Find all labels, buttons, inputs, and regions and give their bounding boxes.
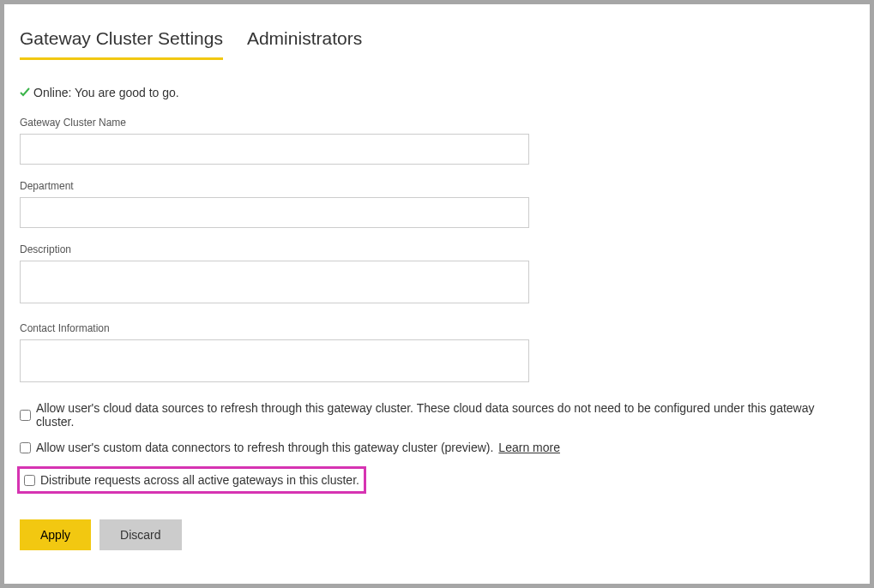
tab-gateway-cluster-settings[interactable]: Gateway Cluster Settings	[20, 28, 223, 60]
input-gateway-cluster-name[interactable]	[20, 134, 529, 165]
checkbox-label-distribute-requests: Distribute requests across all active ga…	[40, 473, 359, 487]
status-text: Online: You are good to go.	[33, 86, 179, 99]
check-icon	[20, 87, 30, 98]
field-gateway-cluster-name: Gateway Cluster Name	[20, 117, 854, 165]
settings-panel: Gateway Cluster Settings Administrators …	[4, 4, 870, 584]
field-contact-information: Contact Information	[20, 322, 854, 386]
field-description: Description	[20, 243, 854, 307]
checkbox-distribute-requests[interactable]	[24, 475, 35, 486]
checkbox-label-custom-connectors: Allow user's custom data connectors to r…	[36, 441, 493, 454]
input-description[interactable]	[20, 261, 529, 303]
discard-button[interactable]: Discard	[99, 519, 181, 550]
checkbox-label-cloud-sources: Allow user's cloud data sources to refre…	[36, 401, 854, 429]
tab-bar: Gateway Cluster Settings Administrators	[20, 28, 854, 60]
label-contact-information: Contact Information	[20, 322, 854, 334]
checkbox-cloud-sources[interactable]	[20, 410, 31, 421]
checkbox-row-distribute-highlighted: Distribute requests across all active ga…	[17, 466, 366, 494]
label-department: Department	[20, 180, 854, 192]
checkbox-row-custom-connectors: Allow user's custom data connectors to r…	[20, 441, 854, 454]
input-contact-information[interactable]	[20, 339, 529, 382]
checkbox-custom-connectors[interactable]	[20, 442, 31, 453]
label-gateway-cluster-name: Gateway Cluster Name	[20, 117, 854, 129]
status-row: Online: You are good to go.	[20, 86, 854, 99]
field-department: Department	[20, 180, 854, 228]
button-row: Apply Discard	[20, 519, 854, 550]
input-department[interactable]	[20, 197, 529, 228]
checkbox-row-cloud-sources: Allow user's cloud data sources to refre…	[20, 401, 854, 429]
learn-more-link[interactable]: Learn more	[498, 441, 560, 454]
tab-administrators[interactable]: Administrators	[247, 28, 362, 60]
label-description: Description	[20, 243, 854, 255]
apply-button[interactable]: Apply	[20, 519, 91, 550]
